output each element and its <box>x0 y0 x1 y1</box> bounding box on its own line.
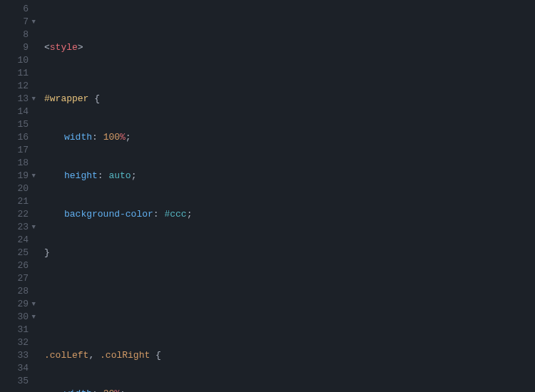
line-number: 11 <box>0 67 29 80</box>
fold-toggle-icon[interactable]: ▼ <box>32 93 36 105</box>
line-number: 22 <box>0 208 29 221</box>
line-number: 8 <box>0 29 29 41</box>
code-line: height: auto; <box>44 170 535 182</box>
line-number: 15 <box>0 118 29 131</box>
line-number: 34 <box>0 362 29 375</box>
code-line: } <box>44 247 535 259</box>
code-line: background-color: #ccc; <box>44 208 535 221</box>
code-line: width: 100%; <box>44 131 535 144</box>
fold-toggle-icon[interactable]: ▼ <box>32 298 36 311</box>
line-number: 27 <box>0 272 29 285</box>
line-number-gutter: 67▼8910111213▼141516171819▼20212223▼2425… <box>0 0 34 392</box>
line-number: 17 <box>0 144 29 157</box>
line-number: 21 <box>0 195 29 208</box>
line-number: 18 <box>0 157 29 170</box>
fold-toggle-icon[interactable]: ▼ <box>32 170 36 182</box>
line-number: 32 <box>0 336 29 349</box>
line-number: 14 <box>0 105 29 118</box>
line-number: 12 <box>0 80 29 93</box>
code-line <box>44 298 535 311</box>
code-editor[interactable]: 67▼8910111213▼141516171819▼20212223▼2425… <box>0 0 535 392</box>
line-number: 9 <box>0 41 29 54</box>
fold-toggle-icon[interactable]: ▼ <box>32 221 36 234</box>
line-number: 13▼ <box>0 93 29 105</box>
code-line: .colLeft, .colRight { <box>44 349 535 362</box>
fold-toggle-icon[interactable]: ▼ <box>32 16 36 29</box>
line-number: 24 <box>0 234 29 247</box>
code-line: #wrapper { <box>44 93 535 105</box>
line-number: 35 <box>0 375 29 388</box>
line-number: 29▼ <box>0 298 29 311</box>
line-number: 25 <box>0 247 29 259</box>
code-line: width: 30%; <box>44 388 535 392</box>
line-number: 26 <box>0 259 29 272</box>
line-number: 31 <box>0 324 29 336</box>
line-number: 6 <box>0 3 29 16</box>
line-number: 16 <box>0 131 29 144</box>
line-number: 7▼ <box>0 16 29 29</box>
line-number: 10 <box>0 54 29 67</box>
line-number: 23▼ <box>0 221 29 234</box>
fold-toggle-icon[interactable]: ▼ <box>32 311 36 324</box>
line-number: 20 <box>0 182 29 195</box>
line-number: 33 <box>0 349 29 362</box>
code-line: <style> <box>44 41 535 54</box>
code-area[interactable]: <style> #wrapper { width: 100%; height: … <box>34 0 535 392</box>
line-number: 19▼ <box>0 170 29 182</box>
line-number: 28 <box>0 285 29 298</box>
line-number: 30▼ <box>0 311 29 324</box>
